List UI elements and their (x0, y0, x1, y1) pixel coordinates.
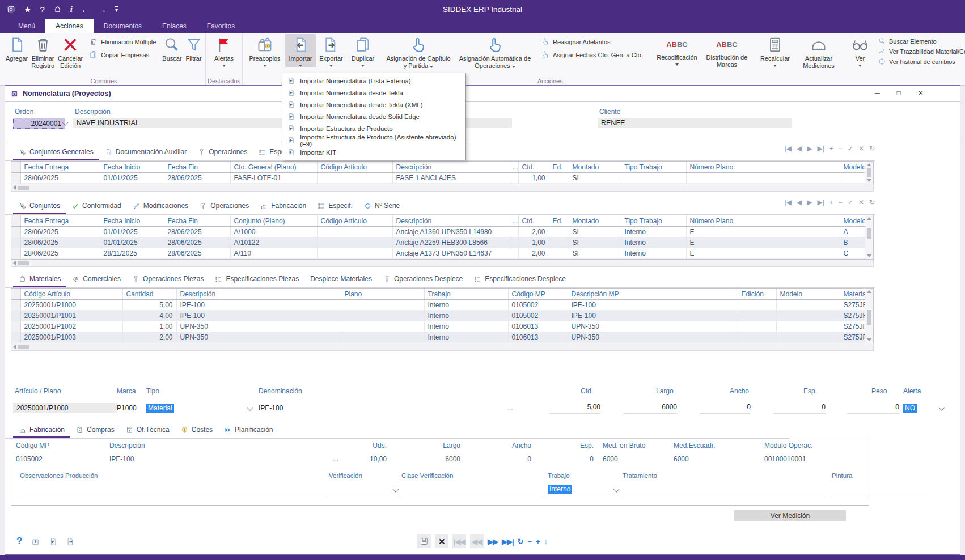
recodificacion-button[interactable]: ABBC Recodificación (651, 34, 702, 66)
nav-refresh-button[interactable]: ↻ (869, 199, 875, 206)
cell[interactable] (509, 237, 518, 248)
column-header[interactable]: ... (509, 215, 518, 227)
articulo-plano-field[interactable]: 20250001/P1000 (13, 403, 117, 413)
tipo-field[interactable]: Material (146, 403, 174, 413)
cell[interactable]: 1,00 (518, 237, 549, 248)
cell[interactable] (11, 237, 20, 248)
cell[interactable]: Interno (424, 321, 508, 332)
forward-icon[interactable]: → (98, 5, 107, 14)
favorites-star-icon[interactable]: ★ (24, 5, 31, 14)
table-row[interactable]: 20250001/P10032,00UPN-350Interno0106013U… (11, 332, 865, 343)
info-icon[interactable]: i (70, 5, 73, 14)
cell[interactable]: A/10122 (230, 237, 317, 248)
cell[interactable]: FASE 1 ANCLAJES (392, 173, 509, 184)
column-header[interactable]: Esp. (536, 439, 598, 451)
column-header[interactable] (11, 289, 20, 300)
menu-tab-enlaces[interactable]: Enlaces (152, 19, 197, 33)
pintura-field[interactable] (832, 483, 930, 495)
column-header[interactable]: Modelo (776, 289, 840, 300)
cell[interactable]: 20250001/P1001 (20, 311, 122, 321)
duplicar-button[interactable]: Duplicar (346, 34, 379, 67)
scrollbar-thumb[interactable] (18, 261, 29, 265)
cell[interactable]: Interno (424, 300, 508, 311)
cell[interactable]: 4,00 (122, 311, 176, 321)
save-button[interactable] (417, 534, 431, 548)
cell[interactable] (509, 227, 518, 237)
scroll-up-icon[interactable] (867, 163, 871, 166)
cliente-field[interactable]: RENFE (598, 118, 792, 128)
cell[interactable] (11, 227, 20, 237)
add-record-button[interactable]: + (536, 538, 540, 545)
cell[interactable]: E (686, 237, 840, 248)
distribucion-marcas-button[interactable]: ABBC Distribución de Marcas (702, 34, 751, 68)
cell[interactable]: UPN-350 (568, 321, 738, 332)
column-header[interactable]: Fecha Fin (164, 162, 230, 173)
largo-field[interactable]: 6000 (623, 403, 677, 414)
tab-conjuntos-generales[interactable]: Conjuntos Generales (13, 145, 99, 160)
cell[interactable]: 28/06/2025 (20, 173, 100, 184)
column-header[interactable]: Tipo Trabajo (621, 215, 686, 227)
nav-first-button[interactable]: |◀ (785, 145, 792, 152)
cell[interactable]: 6000 (391, 451, 465, 464)
cell[interactable]: Interno (424, 311, 508, 321)
column-header[interactable]: Edición (738, 289, 776, 300)
cell[interactable]: Interno (424, 332, 508, 343)
recalcular-button[interactable]: Recalcular (755, 34, 795, 67)
alerta-field[interactable]: NO (903, 403, 917, 413)
asignacion-automatica-button[interactable]: Asignación Automática de Operaciones (454, 34, 536, 69)
buscar-elemento-button[interactable]: Buscar Elemento (878, 37, 965, 45)
cell[interactable] (549, 237, 569, 248)
cell[interactable]: 28/11/2025 (100, 248, 164, 259)
column-header[interactable]: Cto. General (Plano) (230, 162, 317, 173)
cell[interactable]: Anclaje A1360 UPN350 L14980 (392, 227, 509, 237)
cell[interactable]: 1,00 (518, 173, 549, 184)
menu-item-importar-kit[interactable]: Importar KIT (282, 146, 465, 158)
nav-cancel-button[interactable]: ✕ (858, 199, 864, 206)
cell[interactable]: S275JR (840, 300, 865, 311)
alertas-button[interactable]: Alertas (208, 34, 240, 67)
verificacion-dropdown-icon[interactable] (392, 486, 399, 492)
scroll-left-icon[interactable] (13, 185, 16, 190)
cell[interactable] (11, 321, 20, 332)
cell[interactable]: 20250001/P1002 (20, 321, 122, 332)
scroll-left-icon[interactable] (13, 345, 16, 349)
column-header[interactable]: Descripción (176, 289, 341, 300)
cell[interactable]: FASE-LOTE-01 (230, 173, 317, 184)
actualizar-mediciones-button[interactable]: Actualizar Mediciones (795, 34, 843, 69)
column-header[interactable]: Plano (341, 289, 424, 300)
cell[interactable] (509, 248, 518, 259)
importar-button[interactable]: Importar (285, 34, 316, 67)
cell[interactable] (840, 173, 865, 184)
peso-field[interactable]: 0 (847, 403, 899, 414)
cell[interactable]: SI (569, 227, 621, 237)
cell[interactable]: 2,00 (122, 332, 176, 343)
column-header[interactable]: Código Artículo (317, 162, 392, 173)
cell[interactable]: 28/06/2025 (164, 173, 230, 184)
cell[interactable]: 28/06/2025 (20, 237, 100, 248)
column-header[interactable]: Código Artículo (317, 215, 392, 227)
nav-add-button[interactable]: + (829, 145, 833, 152)
nav-remove-button[interactable]: − (839, 145, 843, 152)
tratamiento-field[interactable] (623, 483, 824, 495)
cell[interactable]: 00100010001 (760, 451, 862, 464)
nav-last-button[interactable]: ▶| (817, 199, 824, 206)
column-header[interactable]: Tipo Trabajo (621, 162, 686, 173)
column-header[interactable]: Ctd. (518, 162, 549, 173)
column-header[interactable] (11, 162, 20, 173)
filtrar-button[interactable]: Filtrar (184, 34, 204, 62)
column-header[interactable]: Descripción MP (568, 289, 738, 300)
cell[interactable] (317, 248, 392, 259)
move-down-button[interactable]: ↓ (544, 538, 548, 545)
tab-conformidad[interactable]: Conformidad (66, 199, 127, 214)
cell[interactable] (738, 311, 776, 321)
cell[interactable] (317, 237, 392, 248)
tab-costes[interactable]: Costes (175, 423, 218, 438)
cell[interactable]: 6000 (669, 451, 760, 464)
cell[interactable] (776, 300, 840, 311)
tab-compras[interactable]: Compras (70, 423, 120, 438)
orden-field[interactable]: 20240001 (13, 118, 65, 129)
column-header[interactable]: Modelo (840, 162, 865, 173)
column-header[interactable]: Ctd. (518, 215, 549, 227)
nav-post-button[interactable]: ✓ (848, 199, 853, 206)
menu-tab-favoritos[interactable]: Favoritos (197, 19, 245, 33)
